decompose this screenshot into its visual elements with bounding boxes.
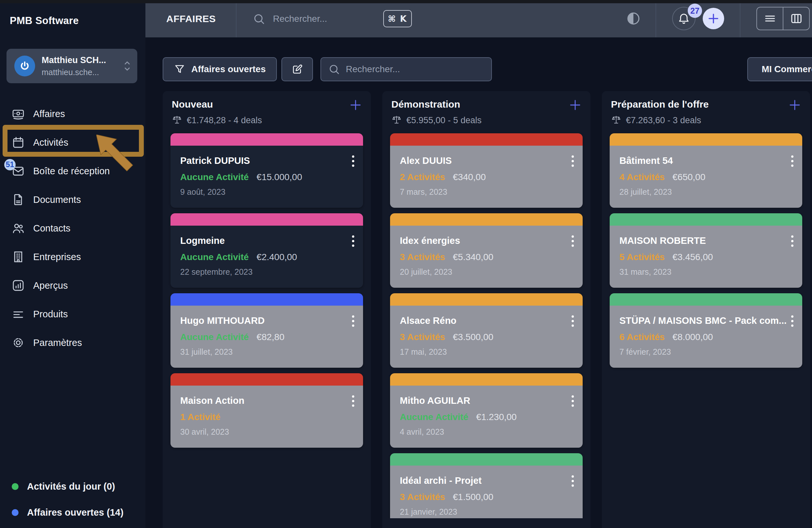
deal-amount: €5.340,00 — [453, 252, 493, 262]
deal-date: 17 mai, 2023 — [400, 347, 573, 357]
list-icon — [764, 12, 777, 25]
column-title: Nouveau — [172, 99, 362, 110]
sidebar-item-affaires[interactable]: Affaires — [0, 100, 145, 128]
deal-date: 20 juillet, 2023 — [400, 267, 573, 277]
sidebar: PMB Software Matthieu SCH... matthieu.sc… — [0, 0, 145, 528]
plus-icon — [349, 98, 362, 112]
deal-card[interactable]: Bâtiment 54 4 Activités€650,00 28 juille… — [610, 133, 802, 208]
sidebar-item-label: Contacts — [33, 223, 70, 234]
card-menu-button[interactable] — [352, 315, 354, 329]
card-menu-button[interactable] — [571, 395, 574, 409]
deal-date: 28 juillet, 2023 — [620, 187, 793, 197]
divider — [740, 0, 740, 37]
card-menu-button[interactable] — [571, 155, 574, 169]
column-total: €1.748,28 - 4 deals — [187, 116, 262, 125]
user-name: Matthieu SCH... — [42, 55, 106, 65]
sidebar-item-parametres[interactable]: Paramètres — [0, 328, 145, 357]
topbar: AFFAIRES ⌘ K 27 — [145, 0, 812, 37]
board-search — [320, 57, 492, 81]
sidebar-item-entreprises[interactable]: Entreprises — [0, 243, 145, 271]
deal-card[interactable]: MAISON ROBERTE 5 Activités€3.456,00 31 m… — [610, 213, 802, 288]
sidebar-item-activites[interactable]: Activités — [0, 128, 145, 157]
deal-card[interactable]: Patrick DUPUIS Aucune Activité€15.000,00… — [171, 133, 363, 208]
deal-name: Alex DUUIS — [400, 155, 573, 166]
card-menu-button[interactable] — [571, 236, 574, 249]
deal-card[interactable]: Maison Action 1 Activité 30 avril, 2023 — [171, 373, 363, 448]
sidebar-item-apercus[interactable]: Aperçus — [0, 271, 145, 300]
edit-button[interactable] — [281, 57, 313, 81]
card-list: Bâtiment 54 4 Activités€650,00 28 juille… — [602, 131, 810, 518]
list-view-button[interactable] — [757, 7, 783, 30]
card-menu-button[interactable] — [352, 155, 354, 169]
create-new-button[interactable] — [703, 8, 724, 29]
deal-amount: €340,00 — [453, 172, 486, 182]
deal-amount: €2.400,00 — [257, 252, 298, 262]
card-color-bar — [390, 453, 583, 466]
deal-card[interactable]: Mitho AGUILAR Aucune Activité€1.230,00 4… — [390, 373, 583, 448]
add-deal-button[interactable] — [349, 98, 362, 113]
card-color-bar — [610, 213, 802, 226]
theme-toggle-button[interactable] — [626, 11, 640, 26]
card-color-bar — [171, 213, 363, 226]
sidebar-item-label: Boîte de réception — [33, 166, 110, 177]
deal-amount: €15.000,00 — [257, 172, 302, 182]
column-summary: €1.748,28 - 4 deals — [172, 115, 362, 126]
sidebar-item-label: Affaires — [33, 109, 65, 119]
sidebar-item-contacts[interactable]: Contacts — [0, 214, 145, 243]
deal-date: 22 septembre, 2023 — [180, 267, 353, 277]
add-deal-button[interactable] — [788, 98, 801, 113]
card-menu-button[interactable] — [352, 236, 354, 249]
sidebar-item-produits[interactable]: Produits — [0, 300, 145, 328]
chevron-up-down-icon — [122, 59, 132, 75]
deal-card[interactable]: Logmeine Aucune Activité€2.400,00 22 sep… — [171, 213, 363, 288]
sidebar-item-documents[interactable]: Documents — [0, 185, 145, 214]
deal-activity: 3 Activités — [400, 492, 445, 502]
column-summary: €5.955,00 - 5 deals — [391, 115, 581, 126]
user-menu[interactable]: Matthieu SCH... matthieu.sche... — [6, 49, 137, 83]
deal-card[interactable]: Alex DUUIS 2 Activités€340,00 7 mars, 20… — [390, 133, 583, 208]
card-menu-button[interactable] — [791, 315, 794, 329]
sidebar-item-label: Paramètres — [33, 337, 82, 348]
deal-card[interactable]: Hugo MITHOUARD Aucune Activité€82,80 31 … — [171, 293, 363, 368]
deal-activity: 6 Activités — [620, 332, 665, 342]
page-title: AFFAIRES — [166, 0, 216, 37]
card-list: Patrick DUPUIS Aucune Activité€15.000,00… — [163, 131, 371, 518]
card-menu-button[interactable] — [791, 236, 794, 249]
column-header: Nouveau €1.748,28 - 4 deals — [163, 91, 371, 131]
deal-card[interactable]: Alsace Réno 3 Activités€3.500,00 17 mai,… — [390, 293, 583, 368]
card-menu-button[interactable] — [571, 475, 574, 489]
card-color-bar — [171, 133, 363, 146]
card-menu-button[interactable] — [791, 155, 794, 169]
column-header: Préparation de l'offre €7.263,60 - 3 dea… — [602, 91, 810, 131]
divider — [655, 0, 656, 37]
deal-amount: €1.500,00 — [453, 492, 493, 502]
filter-button[interactable]: Affaires ouvertes — [163, 57, 277, 81]
card-menu-button[interactable] — [571, 315, 574, 329]
deal-amount: €8.000,00 — [672, 332, 713, 342]
add-deal-button[interactable] — [568, 98, 582, 113]
open-deals-stat: Affaires ouvertes (14) — [12, 505, 124, 519]
team-filter-button[interactable]: MI Commerce — [747, 57, 812, 81]
banknote-icon — [12, 107, 25, 120]
deal-card[interactable]: STÜPA / MAISONS BMC - Pack com... 6 Acti… — [610, 293, 802, 368]
plus-icon — [707, 12, 720, 25]
bar-chart-icon — [12, 279, 25, 292]
scales-icon — [391, 115, 402, 126]
deal-name: Logmeine — [180, 236, 353, 246]
column-nouveau: Nouveau €1.748,28 - 4 deals Patrick DUPU… — [163, 91, 371, 528]
deal-card[interactable]: Idéal archi - Projet 3 Activités€1.500,0… — [390, 453, 583, 518]
deal-amount: €1.230,00 — [476, 412, 517, 422]
sidebar-item-boite-de-reception[interactable]: Boîte de réception — [0, 157, 145, 185]
column-preparation-offre: Préparation de l'offre €7.263,60 - 3 dea… — [602, 91, 810, 528]
stat-label: Affaires ouvertes (14) — [27, 507, 124, 518]
deal-date: 31 mars, 2023 — [620, 267, 793, 277]
board-search-input[interactable] — [346, 64, 469, 74]
people-icon — [12, 222, 25, 235]
deal-card[interactable]: Idex énergies 3 Activités€5.340,00 20 ju… — [390, 213, 583, 288]
column-total: €5.955,00 - 5 deals — [406, 116, 481, 125]
deal-date: 9 août, 2023 — [180, 187, 353, 197]
card-menu-button[interactable] — [352, 395, 354, 409]
kanban-view-button[interactable] — [783, 7, 809, 30]
deal-name: Patrick DUPUIS — [180, 155, 353, 166]
deal-amount: €650,00 — [672, 172, 705, 182]
